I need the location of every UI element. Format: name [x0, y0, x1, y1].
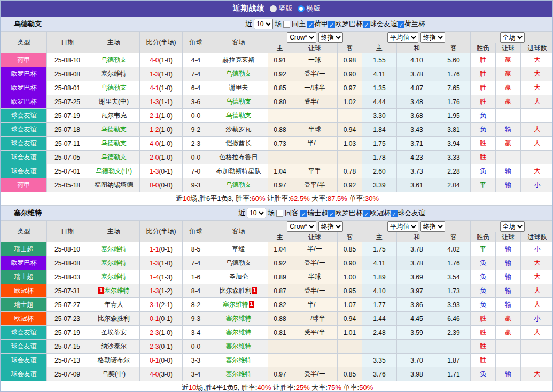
league-checkbox[interactable]: ✓	[300, 210, 307, 217]
league-cell: 球会友谊	[1, 151, 47, 164]
league-checkbox-label[interactable]: 荷甲	[314, 20, 328, 28]
avg-away-cell: 1.71	[437, 367, 471, 381]
avg-away-cell: 1.73	[437, 284, 471, 298]
avg-away-cell: 5.60	[437, 53, 471, 67]
home-team-cell: 圣埃蒂安	[88, 326, 140, 340]
away-team-cell: 乌德勒支	[209, 95, 268, 109]
result-handicap-cell: 赢	[496, 137, 521, 151]
sub-col-handicap-result: 让球	[496, 232, 521, 242]
handicap-cell: 半球	[292, 123, 338, 137]
layout-radio-horizontal[interactable]: 横版	[298, 4, 321, 13]
match-row: 球会友谊25-07-01乌德勒支(中)1-3(0-1)7-0布加勒斯特星队1.0…	[1, 164, 553, 178]
scope-select[interactable]: 全场	[500, 221, 525, 232]
avg-source-select[interactable]: 平均值	[387, 32, 418, 43]
radio-selected-icon[interactable]	[270, 5, 277, 12]
avg-draw-cell	[397, 340, 437, 354]
home-team-cell: 乌德勒支	[88, 151, 140, 164]
odds-stage-select[interactable]: 终指	[318, 221, 343, 232]
radio-unselected-icon[interactable]	[298, 5, 305, 12]
avg-draw-cell: 3.78	[397, 242, 437, 256]
layout-radio-vertical[interactable]: 竖版	[270, 4, 293, 13]
red-card-badge: 1	[252, 287, 258, 294]
same-venue-checkbox[interactable]	[276, 210, 283, 217]
result-handicap-cell: 输	[496, 256, 521, 270]
team-text: 乌德勒支	[101, 153, 127, 161]
league-checkbox-label[interactable]: 球会友谊	[370, 20, 398, 28]
result-winlose-cell: 胜	[471, 95, 496, 109]
away-team-cell: 沙勒罗瓦	[209, 123, 268, 137]
avg-stage-select[interactable]: 终指	[420, 221, 445, 232]
result-goals-cell	[521, 340, 553, 354]
team-text: 圣加仑	[229, 273, 248, 280]
avg-draw-cell: 3.70	[397, 354, 437, 367]
home-team-cell: 塞尔维特	[88, 67, 140, 81]
league-checkbox-label[interactable]: 荷兰杯	[404, 20, 425, 28]
result-handicap-cell: 输	[496, 367, 521, 381]
league-checkbox-label[interactable]: 欧冠杯	[370, 209, 391, 217]
league-checkbox-label[interactable]: 欧罗巴杯	[335, 20, 363, 28]
near-label: 近	[238, 208, 245, 218]
same-venue-label[interactable]: 同主	[292, 19, 306, 29]
same-venue-checkbox[interactable]	[283, 21, 290, 28]
avg-draw-cell: 3.48	[397, 95, 437, 109]
corner-cell: 1-6	[183, 270, 209, 284]
league-checkbox[interactable]: ✓	[363, 210, 370, 217]
match-count-select[interactable]: 10	[247, 208, 266, 218]
match-count-select[interactable]: 10	[254, 19, 273, 29]
sub-col-home-odds: 主	[268, 43, 292, 53]
league-checkbox[interactable]: ✓	[328, 210, 335, 217]
result-winlose-cell: 胜	[471, 326, 496, 340]
league-cell: 球会友谊	[1, 367, 47, 381]
team-text: 草蜢	[232, 245, 245, 253]
league-checkbox[interactable]: ✓	[363, 21, 370, 28]
league-checkbox-label[interactable]: 瑞士超	[307, 209, 328, 217]
away-team-cell: 乌德勒支	[209, 256, 268, 270]
filter-bar: 近 10 场 同客 ✓瑞士超✓欧罗巴杯✓欧冠杯✓球会友谊	[238, 208, 425, 218]
halftime-score: (0-1)	[159, 315, 173, 323]
odds-home-cell: 0.89	[268, 270, 292, 284]
corner-cell: 8-4	[183, 284, 209, 298]
scope-select[interactable]: 全场	[500, 32, 525, 43]
team-text: 圣埃蒂安	[101, 328, 127, 336]
result-goals-cell: 大	[521, 298, 553, 312]
result-handicap-cell	[496, 109, 521, 123]
section-summary: 近10场,胜4平1负5, 胜率:40% 让胜率:25% 大率:75% 单率:50…	[1, 381, 553, 392]
league-checkbox-label[interactable]: 欧罗巴杯	[335, 209, 363, 217]
team-text: 乌德勒支	[101, 126, 127, 133]
avg-source-select[interactable]: 平均值	[387, 221, 418, 232]
handicap-cell: 受平/半	[292, 178, 338, 192]
games-label: 场	[268, 208, 275, 218]
league-cell: 球会友谊	[1, 354, 47, 367]
result-winlose-cell: 负	[471, 123, 496, 137]
result-goals-cell: 大	[521, 256, 553, 270]
league-checkbox-label[interactable]: 球会友谊	[398, 209, 425, 217]
league-checkbox[interactable]: ✓	[307, 21, 314, 28]
league-cell: 球会友谊	[1, 340, 47, 354]
fulltime-score: 1-3	[150, 260, 159, 267]
near-label: 近	[245, 19, 252, 29]
fulltime-score: 2-3	[150, 343, 159, 350]
odds-away-cell: 0.95	[338, 284, 362, 298]
corner-cell: 9-3	[183, 178, 209, 192]
date-cell: 25-07-01	[47, 164, 88, 178]
sub-col-goals: 进球数	[521, 232, 553, 242]
league-checkbox[interactable]: ✓	[391, 210, 398, 217]
league-checkbox[interactable]: ✓	[398, 21, 404, 28]
team-text: 塞尔维特	[226, 328, 252, 336]
avg-draw-cell: 4.23	[397, 151, 437, 164]
radio-vertical-label[interactable]: 竖版	[279, 4, 293, 13]
result-goals-cell	[521, 151, 553, 164]
league-checkbox[interactable]: ✓	[328, 21, 335, 28]
result-winlose-cell: 胜	[471, 137, 496, 151]
avg-stage-select[interactable]: 终指	[420, 32, 445, 43]
same-venue-label[interactable]: 同客	[285, 208, 299, 218]
league-cell: 欧罗巴杯	[1, 81, 47, 95]
odds-away-cell: 0.97	[338, 81, 362, 95]
result-handicap-cell: 赢	[496, 312, 521, 326]
radio-horizontal-label[interactable]: 横版	[307, 4, 321, 13]
odds-stage-select[interactable]: 终指	[318, 32, 343, 43]
avg-home-cell: 1.55	[362, 53, 397, 67]
odds-source-select[interactable]: Crow*	[287, 32, 316, 43]
odds-source-select[interactable]: Crow*	[287, 221, 316, 232]
team-text: 塞尔维特	[101, 70, 127, 77]
